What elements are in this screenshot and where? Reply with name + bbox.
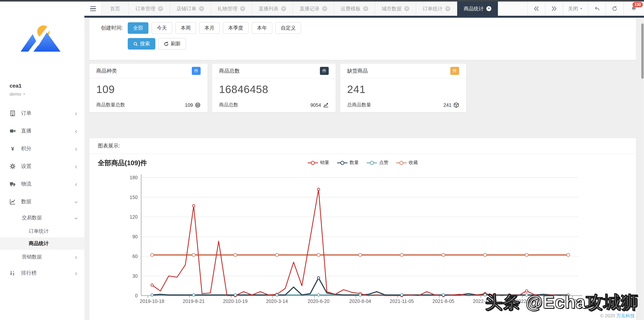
close-icon[interactable]: ✕ xyxy=(322,6,327,11)
svg-text:30: 30 xyxy=(132,273,138,279)
close-icon[interactable]: ✕ xyxy=(486,6,491,11)
chevron-left-icon xyxy=(74,129,78,133)
sidebar-item-10[interactable]: 排行榜 xyxy=(0,264,84,282)
undo-button[interactable] xyxy=(588,2,606,16)
time-filter-本月[interactable]: 本月 xyxy=(199,22,220,34)
sidebar-item-0[interactable]: 订单 xyxy=(0,104,84,122)
close-tabs-dropdown[interactable]: 关闭 xyxy=(563,2,588,16)
tab-label: 城市数据 xyxy=(382,5,402,12)
close-icon[interactable]: ✕ xyxy=(199,6,204,11)
legend-label: 数量 xyxy=(350,159,359,166)
search-icon xyxy=(133,41,138,46)
sidebar-item-9[interactable]: 营销数据 xyxy=(0,250,84,264)
card-value: 16846458 xyxy=(212,78,336,96)
card-title: 商品总数 xyxy=(219,67,240,74)
sidebar-item-2[interactable]: ¥积分 xyxy=(0,140,84,157)
time-filter-自定义[interactable]: 自定义 xyxy=(276,22,301,34)
close-tabs-label: 关闭 xyxy=(568,5,578,12)
close-icon[interactable]: ✕ xyxy=(281,6,286,11)
chevron-left-icon xyxy=(74,271,78,275)
legend-item-收藏[interactable]: 收藏 xyxy=(396,159,418,166)
chart-title: 全部商品(109)件 xyxy=(98,158,147,168)
stat-card-1: 商品总数件16846458商品总数9054 xyxy=(212,64,336,112)
notifications-button[interactable]: 130 xyxy=(623,2,644,16)
close-icon[interactable]: ✕ xyxy=(240,6,245,11)
time-filter-全部[interactable]: 全部 xyxy=(128,22,148,34)
time-filter-本周[interactable]: 本周 xyxy=(175,22,196,34)
tabs-scroll-right-button[interactable] xyxy=(545,2,563,16)
sidebar-item-label: 商品统计 xyxy=(29,240,49,247)
sidebar-item-label: 订单统计 xyxy=(29,228,49,235)
sidebar-item-label: 订单 xyxy=(21,110,32,117)
card-footer-label: 总商品数量 xyxy=(347,102,371,108)
legend-item-数量[interactable]: 数量 xyxy=(337,159,359,166)
filter-panel: 创建时间: 全部今天本周本月本季度本年自定义 搜索 刷新 xyxy=(89,19,636,60)
close-icon[interactable]: ✕ xyxy=(158,6,163,11)
sidebar-item-label: 积分 xyxy=(21,145,32,152)
scrollbar-thumb[interactable] xyxy=(641,24,644,79)
legend-marker-icon xyxy=(308,161,318,165)
tabs-scroll-left-button[interactable] xyxy=(528,2,545,16)
tab-运费模板[interactable]: 运费模板✕ xyxy=(334,2,375,16)
sidebar-item-1[interactable]: 直播 xyxy=(0,122,84,140)
sidebar-item-4[interactable]: 物流 xyxy=(0,175,84,193)
svg-text:120: 120 xyxy=(130,214,138,220)
filter-label: 创建时间: xyxy=(89,25,128,32)
sidebar-item-3[interactable]: 设置 xyxy=(0,157,84,175)
refresh-button[interactable]: 刷新 xyxy=(158,38,186,50)
sidebar-item-6[interactable]: 交易数据 xyxy=(0,211,84,225)
tab-label: 运费模板 xyxy=(340,5,360,12)
svg-text:2021-11-05: 2021-11-05 xyxy=(390,298,414,304)
sidebar-item-label: 物流 xyxy=(21,181,32,188)
tab-订单管理[interactable]: 订单管理✕ xyxy=(129,2,170,16)
card-footer-label: 商品数量总数 xyxy=(96,102,125,108)
close-icon[interactable]: ✕ xyxy=(445,6,450,11)
legend-item-点赞[interactable]: 点赞 xyxy=(366,159,388,166)
tab-label: 订单管理 xyxy=(136,5,155,12)
legend-item-销量[interactable]: 销量 xyxy=(308,159,329,166)
tab-订单统计[interactable]: 订单统计✕ xyxy=(416,2,457,16)
role-selector[interactable]: demo xyxy=(10,91,26,97)
page-footer: © 2020 万岳科技 xyxy=(600,313,635,319)
tab-直播记录[interactable]: 直播记录✕ xyxy=(293,2,334,16)
time-filter-本年[interactable]: 本年 xyxy=(252,22,272,34)
card-footer-value: 9054 xyxy=(310,102,321,108)
tab-首页[interactable]: 首页 xyxy=(101,2,129,16)
svg-text:2019-10-18: 2019-10-18 xyxy=(140,298,164,304)
sidebar-item-5[interactable]: 数据 xyxy=(0,193,84,211)
sidebar-item-label: 营销数据 xyxy=(22,254,42,260)
app-root: cea1 demo 订单直播¥积分设置物流数据交易数据订单统计商品统计营销数据排… xyxy=(0,0,644,320)
tab-商品统计[interactable]: 商品统计✕ xyxy=(457,2,498,16)
sidebar-item-7[interactable]: 订单统计 xyxy=(0,225,84,237)
sidebar-item-8[interactable]: 商品统计 xyxy=(0,237,84,250)
search-button[interactable]: 搜索 xyxy=(128,38,155,50)
tab-店铺订单[interactable]: 店铺订单✕ xyxy=(170,2,211,16)
company-link[interactable]: 万岳科技 xyxy=(616,313,635,318)
close-icon[interactable]: ✕ xyxy=(404,6,409,11)
chevron-down-icon xyxy=(74,200,78,204)
refresh-icon xyxy=(612,6,618,12)
time-filter-今天[interactable]: 今天 xyxy=(152,22,172,34)
sidebar-item-label: 设置 xyxy=(21,163,32,170)
caret-down-icon xyxy=(23,93,26,96)
tab-城市数据[interactable]: 城市数据✕ xyxy=(375,2,416,16)
scrollbar-track[interactable] xyxy=(641,18,644,320)
legend-label: 销量 xyxy=(320,159,329,166)
stat-cards: 商品种类件109商品数量总数109商品总数件16846458商品总数9054缺货… xyxy=(89,64,466,112)
hamburger-menu-button[interactable] xyxy=(84,2,101,16)
time-filter-本季度[interactable]: 本季度 xyxy=(223,22,248,34)
tab-直播列表[interactable]: 直播列表✕ xyxy=(252,2,293,16)
trend-icon xyxy=(323,102,329,108)
yen-icon: ¥ xyxy=(10,145,16,152)
legend-label: 收藏 xyxy=(409,159,418,166)
svg-text:2020-10-19: 2020-10-19 xyxy=(223,298,248,304)
svg-text:2019-8-21: 2019-8-21 xyxy=(183,298,205,304)
close-icon[interactable]: ✕ xyxy=(363,6,368,11)
chevron-down-icon xyxy=(74,216,78,220)
svg-text:180: 180 xyxy=(130,175,138,180)
tab-礼物管理[interactable]: 礼物管理✕ xyxy=(211,2,252,16)
stat-card-2: 缺货商品件241总商品数量241 xyxy=(340,64,466,112)
refresh-button-toolbar[interactable] xyxy=(606,2,623,16)
tab-bar-underline xyxy=(84,16,644,18)
video-icon xyxy=(10,128,16,134)
